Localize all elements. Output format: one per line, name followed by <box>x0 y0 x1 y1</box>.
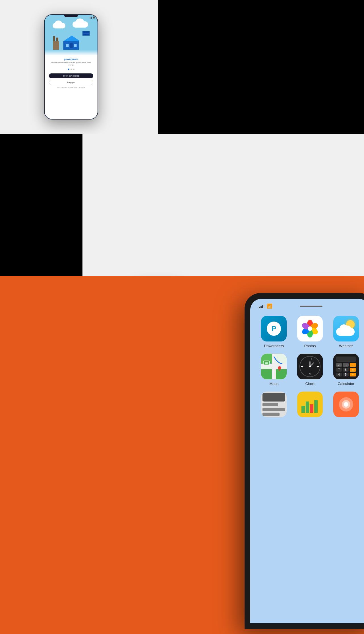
svg-rect-59 <box>262 413 280 416</box>
pagination-dots <box>68 69 75 70</box>
phone1-device: ▌▌ ⬛ <box>44 14 98 120</box>
section2-bg-right <box>82 134 364 276</box>
calculator-svg: AC +/- ÷ 7 8 × 4 5 − <box>333 354 359 379</box>
cloud1-icon <box>53 23 65 28</box>
apps-grid-row4 <box>250 392 364 425</box>
app-row4-2[interactable] <box>295 392 325 419</box>
house-scene <box>51 21 91 50</box>
photos-icon <box>297 316 323 341</box>
svg-text:×: × <box>352 368 354 371</box>
app-weather[interactable]: Weather <box>331 316 361 348</box>
weather-label: Weather <box>339 344 353 348</box>
solar-panel-icon <box>82 31 90 36</box>
svg-text:AC: AC <box>337 364 340 367</box>
section1: ▌▌ ⬛ <box>0 0 364 134</box>
svg-point-9 <box>308 326 312 331</box>
svg-text:3: 3 <box>317 365 318 368</box>
app-row4-1[interactable] <box>259 392 289 419</box>
cloud2-icon <box>73 21 88 28</box>
svg-rect-16 <box>274 369 274 379</box>
svg-text:−: − <box>352 373 354 376</box>
powerpeers-label: Powerpeers <box>264 344 284 348</box>
weather-icon <box>333 316 359 341</box>
svg-text:A: A <box>270 362 271 364</box>
clock-icon: 12 3 6 9 <box>297 354 323 379</box>
svg-rect-61 <box>301 406 305 413</box>
home-indicator <box>300 306 322 307</box>
powerpeers-logo: P <box>267 322 281 336</box>
section3: 📶 P Powerpeers <box>0 276 364 634</box>
signal-area: 📶 <box>259 303 272 309</box>
app8-svg <box>297 392 323 417</box>
maps-label: Maps <box>269 382 278 386</box>
svg-text:4: 4 <box>338 373 340 376</box>
house-icon <box>63 36 79 50</box>
app-photos[interactable]: Photos <box>295 316 325 348</box>
calculator-icon: AC +/- ÷ 7 8 × 4 5 − <box>333 354 359 379</box>
app-clock[interactable]: 12 3 6 9 C <box>295 354 325 386</box>
phone1-content: powerpeers de nieuwe marktplaats voor ze… <box>45 55 98 119</box>
phone1-wrapper: ▌▌ ⬛ <box>44 14 98 120</box>
svg-point-34 <box>309 366 311 367</box>
svg-point-68 <box>344 402 348 407</box>
svg-text:7: 7 <box>338 368 340 371</box>
app-icon-8 <box>297 392 323 417</box>
app-powerpeers[interactable]: P Powerpeers <box>259 316 289 348</box>
dot-2 <box>71 69 72 70</box>
maps-icon: 280 A <box>261 354 287 379</box>
login-link[interactable]: inloggen met je powerpeers account <box>57 87 85 88</box>
section2-bg-left <box>0 134 82 276</box>
wifi-icon: 📶 <box>267 303 272 309</box>
signal-bar-1 <box>259 307 260 308</box>
phone1-illustration <box>45 18 98 50</box>
phone1-notch <box>64 15 78 17</box>
app7-svg <box>261 392 287 417</box>
tablet-wrapper: 📶 P Powerpeers <box>245 293 364 629</box>
svg-rect-56 <box>262 393 285 402</box>
phone1-screen: ▌▌ ⬛ <box>45 15 98 119</box>
clock-label: Clock <box>305 382 315 386</box>
svg-text:5: 5 <box>345 373 347 376</box>
app-tagline: de nieuwe marktplaats voor zelf opgewekt… <box>49 61 93 66</box>
get-started-button[interactable]: direct aan de slag <box>49 73 93 78</box>
factory-icon <box>52 36 60 50</box>
photos-flower-svg <box>300 319 320 339</box>
login-button[interactable]: inloggen <box>49 80 93 85</box>
svg-rect-63 <box>310 404 313 413</box>
svg-rect-57 <box>262 403 278 406</box>
svg-text:280: 280 <box>265 362 268 364</box>
signal-bar-2 <box>260 306 262 308</box>
app-icon-9 <box>333 392 359 417</box>
svg-text:6: 6 <box>309 372 311 375</box>
svg-rect-15 <box>274 354 274 363</box>
svg-rect-64 <box>314 400 318 413</box>
signal-bar-3 <box>262 305 263 308</box>
section2: P powerpeers energie van elkaar ☰ mijn e… <box>0 134 364 276</box>
weather-cloud-icon <box>336 328 355 336</box>
app-maps[interactable]: 280 A Maps <box>259 354 289 386</box>
dot-1 <box>68 69 69 70</box>
app-calculator[interactable]: AC +/- ÷ 7 8 × 4 5 − Calculator <box>331 354 361 386</box>
dot-3 <box>73 69 75 70</box>
tablet-device: 📶 P Powerpeers <box>245 293 364 629</box>
section1-bg-right <box>158 0 364 134</box>
signal-bar-4 <box>264 304 265 308</box>
app-name: powerpeers <box>64 58 78 61</box>
svg-rect-36 <box>336 357 356 362</box>
app-row4-3[interactable] <box>331 392 361 419</box>
svg-text:8: 8 <box>345 368 347 371</box>
svg-point-21 <box>278 366 281 370</box>
svg-rect-58 <box>262 408 285 411</box>
svg-rect-62 <box>306 402 309 413</box>
svg-text:12: 12 <box>309 358 312 361</box>
maps-svg: 280 A <box>261 354 287 379</box>
svg-text:÷: ÷ <box>352 363 354 367</box>
powerpeers-icon: P <box>261 316 287 341</box>
calculator-label: Calculator <box>338 382 354 386</box>
tablet-screen: 📶 P Powerpeers <box>250 299 364 623</box>
apps-grid: P Powerpeers <box>250 312 364 392</box>
app9-svg <box>333 392 359 417</box>
svg-text:9: 9 <box>302 365 303 368</box>
svg-text:+/-: +/- <box>344 364 347 367</box>
photos-label: Photos <box>304 344 316 348</box>
